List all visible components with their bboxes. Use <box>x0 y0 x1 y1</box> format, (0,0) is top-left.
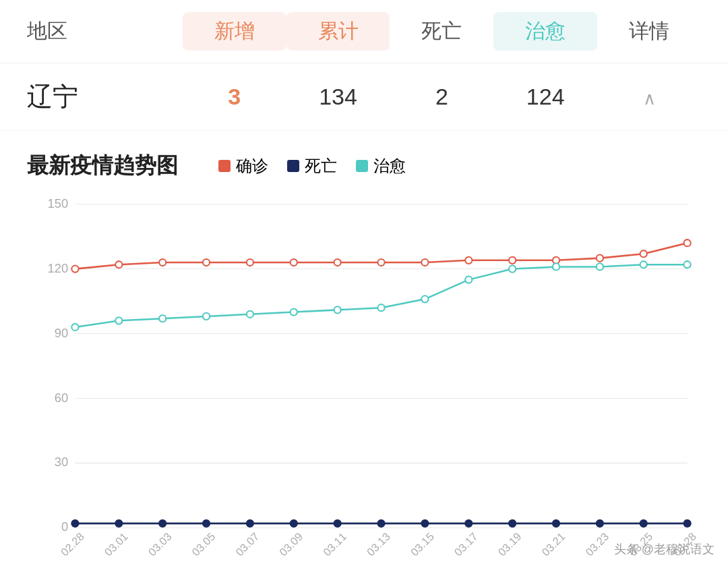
header-death: 死亡 <box>390 18 493 45</box>
legend-death: 死亡 <box>287 155 337 177</box>
svg-point-29 <box>159 259 166 266</box>
svg-point-58 <box>115 520 122 527</box>
svg-point-43 <box>115 317 122 324</box>
svg-point-71 <box>684 520 690 527</box>
svg-point-53 <box>553 263 559 270</box>
svg-text:90: 90 <box>55 326 68 340</box>
svg-point-44 <box>159 315 166 322</box>
svg-text:03.05: 03.05 <box>189 530 218 559</box>
svg-point-46 <box>247 311 253 318</box>
svg-point-64 <box>377 520 384 527</box>
header-cumulative: 累计 <box>286 12 390 51</box>
svg-text:03.11: 03.11 <box>321 530 349 559</box>
region-name: 辽宁 <box>27 80 183 114</box>
svg-point-51 <box>465 276 472 283</box>
svg-text:03.09: 03.09 <box>277 530 305 559</box>
death-value: 2 <box>390 84 493 110</box>
recovered-legend-label: 治愈 <box>373 155 406 177</box>
svg-point-63 <box>334 520 341 527</box>
chart-canvas-container: 030609012015002.2803.0103.0303.0503.0703… <box>27 194 701 564</box>
svg-point-37 <box>509 257 516 264</box>
svg-point-66 <box>465 520 472 527</box>
svg-text:150: 150 <box>48 196 69 210</box>
svg-text:03.19: 03.19 <box>495 530 524 559</box>
svg-text:03.07: 03.07 <box>233 530 262 559</box>
svg-point-57 <box>71 520 78 527</box>
svg-point-50 <box>421 295 428 302</box>
svg-point-35 <box>421 259 428 266</box>
death-legend-label: 死亡 <box>305 155 337 177</box>
cumulative-value: 134 <box>286 84 390 110</box>
data-row-liaoning[interactable]: 辽宁 3 134 2 124 ∧ <box>0 63 728 131</box>
svg-point-45 <box>203 313 210 320</box>
svg-text:120: 120 <box>48 261 69 275</box>
chart-title: 最新疫情趋势图 <box>27 151 178 181</box>
svg-point-33 <box>334 259 341 266</box>
svg-text:03.01: 03.01 <box>102 530 130 559</box>
svg-point-27 <box>71 266 78 273</box>
svg-text:03.21: 03.21 <box>539 530 568 559</box>
svg-text:60: 60 <box>55 391 68 405</box>
header-recovered: 治愈 <box>493 12 597 51</box>
svg-point-49 <box>377 304 384 311</box>
svg-point-31 <box>247 259 253 266</box>
svg-point-54 <box>597 263 603 270</box>
new-increase-value: 3 <box>183 84 286 110</box>
svg-point-47 <box>291 308 297 315</box>
header-detail: 详情 <box>597 18 701 45</box>
table-header: 地区 新增 累计 死亡 治愈 详情 <box>0 0 728 63</box>
svg-text:03.13: 03.13 <box>364 530 392 559</box>
svg-point-60 <box>203 520 210 527</box>
confirmed-legend-label: 确诊 <box>236 155 268 177</box>
legend-confirmed: 确诊 <box>218 155 268 177</box>
svg-point-65 <box>421 520 428 527</box>
svg-text:03.15: 03.15 <box>408 530 436 559</box>
svg-text:03.17: 03.17 <box>452 530 480 559</box>
chart-header: 最新疫情趋势图 确诊 死亡 治愈 <box>27 151 701 181</box>
svg-point-68 <box>553 520 559 527</box>
svg-point-62 <box>291 520 297 527</box>
svg-point-52 <box>509 266 516 273</box>
svg-point-59 <box>159 520 166 527</box>
svg-point-69 <box>597 520 603 527</box>
svg-point-39 <box>597 255 603 262</box>
chart-section: 最新疫情趋势图 确诊 死亡 治愈 030609012015002.2803.01… <box>0 131 728 564</box>
svg-point-56 <box>684 261 690 268</box>
svg-point-30 <box>203 259 210 266</box>
watermark: 头条 @老穆说语文 <box>614 541 715 557</box>
confirmed-legend-dot <box>218 160 231 172</box>
recovered-value: 124 <box>493 84 597 110</box>
svg-point-41 <box>684 239 690 246</box>
svg-text:02.28: 02.28 <box>58 530 86 559</box>
svg-point-36 <box>465 257 472 264</box>
header-region: 地区 <box>27 18 183 45</box>
expand-button[interactable]: ∧ <box>597 84 701 110</box>
chart-legend: 确诊 死亡 治愈 <box>218 155 406 177</box>
legend-recovered: 治愈 <box>356 155 406 177</box>
recovered-legend-dot <box>356 160 368 172</box>
svg-text:03.03: 03.03 <box>146 530 174 559</box>
svg-point-40 <box>640 250 647 257</box>
death-legend-dot <box>287 160 299 172</box>
svg-text:03.23: 03.23 <box>583 530 611 559</box>
svg-point-48 <box>334 306 341 313</box>
chart-svg: 030609012015002.2803.0103.0303.0503.0703… <box>27 194 701 564</box>
svg-text:30: 30 <box>55 455 68 469</box>
header-new-increase: 新增 <box>183 12 286 51</box>
chevron-up-icon: ∧ <box>643 88 656 109</box>
svg-point-32 <box>291 259 297 266</box>
svg-point-61 <box>247 520 253 527</box>
svg-point-42 <box>71 324 78 331</box>
svg-point-34 <box>377 259 384 266</box>
svg-text:0: 0 <box>61 519 68 534</box>
svg-point-55 <box>640 261 647 268</box>
svg-point-70 <box>640 520 647 527</box>
svg-point-28 <box>115 261 122 268</box>
svg-point-67 <box>509 520 516 527</box>
